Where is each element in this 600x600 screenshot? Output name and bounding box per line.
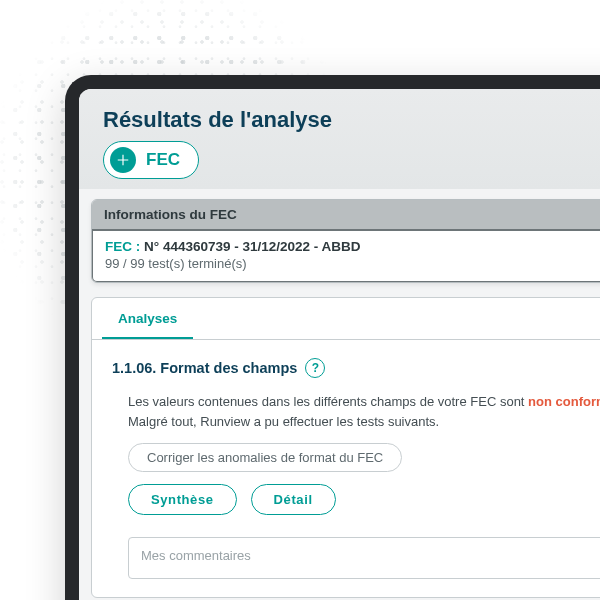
fec-info-title: Informations du FEC	[92, 200, 600, 230]
status-nonconformes: non conformes	[528, 394, 600, 409]
section-title: 1.1.06. Format des champs	[112, 360, 297, 376]
analysis-card: Analyses 1.1.06. Format des champs ? Les…	[91, 297, 600, 598]
fec-info-panel: Informations du FEC FEC : N° 444360739 -…	[91, 199, 600, 283]
section-description: Les valeurs contenues dans les différent…	[128, 392, 600, 431]
add-fec-button[interactable]: FEC	[103, 141, 199, 179]
app-screen: Résultats de l'analyse FEC Informations …	[79, 89, 600, 600]
tab-bar: Analyses	[92, 298, 600, 340]
fix-anomalies-button[interactable]: Corriger les anomalies de format du FEC	[128, 443, 402, 472]
fec-label: FEC :	[105, 239, 140, 254]
page-title: Résultats de l'analyse	[103, 107, 600, 133]
fec-value: N° 444360739 - 31/12/2022 - ABBD	[144, 239, 361, 254]
detail-button[interactable]: Détail	[251, 484, 336, 515]
add-fec-label: FEC	[146, 150, 180, 170]
section-1-1-06: 1.1.06. Format des champs ? Les valeurs …	[92, 340, 600, 579]
tab-analyses[interactable]: Analyses	[102, 298, 193, 339]
desc-text-2: Malgré tout, Runview a pu effectuer les …	[128, 414, 439, 429]
comments-input[interactable]: Mes commentaires	[128, 537, 600, 579]
synthese-button[interactable]: Synthèse	[128, 484, 237, 515]
fix-action-row: Corriger les anomalies de format du FEC	[128, 443, 600, 472]
help-icon[interactable]: ?	[305, 358, 325, 378]
app-header: Résultats de l'analyse FEC	[79, 89, 600, 189]
fec-identifier-line: FEC : N° 444360739 - 31/12/2022 - ABBD	[105, 239, 600, 254]
plus-icon	[110, 147, 136, 173]
desc-text-1: Les valeurs contenues dans les différent…	[128, 394, 528, 409]
section-title-row: 1.1.06. Format des champs ?	[112, 358, 600, 378]
fec-info-body: FEC : N° 444360739 - 31/12/2022 - ABBD 9…	[91, 229, 600, 283]
fec-tests-status: 99 / 99 test(s) terminé(s)	[105, 256, 600, 271]
laptop-bezel: Résultats de l'analyse FEC Informations …	[65, 75, 600, 600]
view-action-row: Synthèse Détail	[128, 484, 600, 515]
